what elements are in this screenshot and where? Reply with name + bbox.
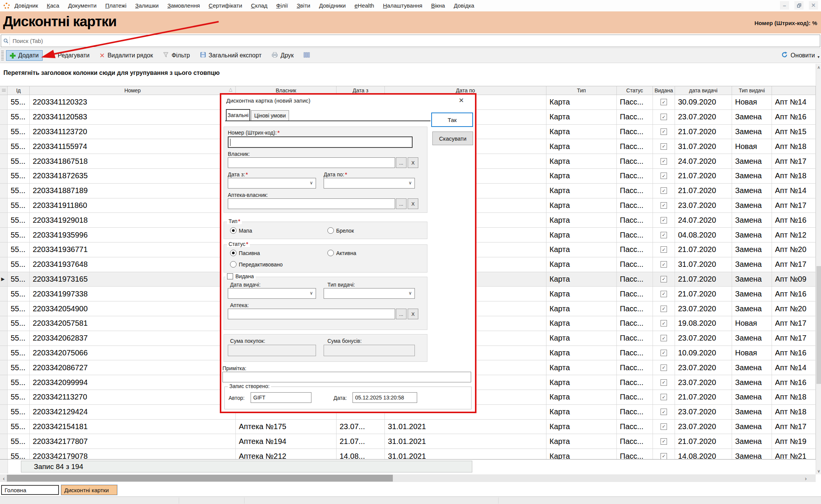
- table-row[interactable]: 55...2203342154181Аптека №17523.07...31.…: [0, 420, 816, 434]
- radio-mapa[interactable]: Мапа: [230, 227, 252, 234]
- pharmacy-owner-input[interactable]: [228, 198, 395, 209]
- menu-item[interactable]: Довідка: [454, 2, 474, 9]
- column-header[interactable]: Номер△: [30, 86, 236, 95]
- table-row[interactable]: 55...2203342177807Аптека №19421.07...31.…: [0, 434, 816, 449]
- scroll-up-icon[interactable]: ∧: [816, 64, 821, 71]
- table-cell: [0, 331, 8, 346]
- table-cell: Апт №17: [772, 316, 816, 331]
- menu-item[interactable]: Налаштування: [383, 2, 422, 9]
- edit-button[interactable]: Редагувати: [46, 50, 93, 61]
- menu-item[interactable]: Залишки: [135, 2, 159, 9]
- vertical-scrollbar[interactable]: ∧ ∨: [816, 64, 821, 474]
- date-to-select[interactable]: [324, 178, 415, 189]
- issued-checkbox[interactable]: Видана: [225, 273, 256, 279]
- pharmacy-browse-button[interactable]: ...: [396, 309, 407, 319]
- search-bar[interactable]: Поиск (Tab): [1, 35, 820, 47]
- scroll-right-icon[interactable]: ›: [803, 474, 809, 482]
- table-cell: [0, 125, 8, 139]
- horizontal-scrollbar[interactable]: ‹ ›: [0, 474, 816, 482]
- toolbar-overflow-icon[interactable]: ▾: [818, 55, 819, 59]
- column-header[interactable]: дата видачі: [675, 86, 732, 95]
- menu-item[interactable]: Сертифікати: [209, 2, 242, 9]
- pharmacy-owner-clear-button[interactable]: X: [408, 198, 418, 209]
- column-header[interactable]: Тип: [546, 86, 617, 95]
- table-cell: 21.07.2020: [675, 390, 732, 404]
- dialog-close-icon[interactable]: ✕: [459, 97, 464, 105]
- table-cell: 31.01.2021: [385, 434, 546, 449]
- add-button[interactable]: Додати: [6, 50, 43, 61]
- print-button[interactable]: Друк: [268, 50, 297, 61]
- table-cell: 31.01.2021: [385, 420, 546, 434]
- table-cell: 55...: [8, 272, 30, 287]
- pencil-icon: [49, 52, 55, 59]
- vertical-scroll-thumb[interactable]: [816, 266, 821, 384]
- delete-row-button[interactable]: ✕ Видалити рядок: [96, 50, 156, 61]
- table-cell: Карта: [546, 287, 617, 301]
- menu-item[interactable]: Склад: [251, 2, 267, 9]
- pharmacy-input[interactable]: [228, 309, 395, 319]
- table-cell: Замена: [732, 257, 772, 272]
- funnel-icon: [163, 52, 169, 59]
- export-button[interactable]: Загальний експорт: [197, 50, 265, 61]
- table-row[interactable]: 55...2203342179078Аптека №21214.08...31.…: [0, 449, 816, 460]
- scroll-left-icon[interactable]: ‹: [1, 474, 7, 482]
- dialog-tab-zahalni[interactable]: Загальні: [226, 109, 250, 120]
- tab-holovna[interactable]: Головна: [1, 485, 59, 495]
- column-header[interactable]: Ід: [8, 86, 30, 95]
- menu-item[interactable]: Довідники: [319, 2, 346, 9]
- menu-item[interactable]: Звіти: [297, 2, 310, 9]
- refresh-icon: [781, 51, 788, 60]
- table-cell: Карта: [546, 242, 617, 257]
- table-cell: 23.07.2020: [675, 360, 732, 375]
- note-input[interactable]: [222, 372, 471, 382]
- columns-button[interactable]: [300, 51, 313, 61]
- owner-browse-button[interactable]: ...: [396, 157, 407, 168]
- table-cell: 21.07.2020: [675, 242, 732, 257]
- table-cell: Апт №17: [772, 420, 816, 434]
- menu-item[interactable]: Замовлення: [167, 2, 200, 9]
- table-cell: Карта: [546, 390, 617, 404]
- menu-item[interactable]: eHealth: [354, 2, 374, 9]
- column-header[interactable]: [772, 86, 816, 95]
- main-fields-group: Номер (Штрих-код):* Власник: ... X Дата …: [224, 127, 427, 213]
- issued-cell: ✓: [653, 375, 675, 390]
- number-input[interactable]: [228, 136, 413, 148]
- menu-item[interactable]: Документи: [68, 2, 97, 9]
- radio-brelok[interactable]: Брелок: [327, 227, 354, 234]
- table-cell: 55...: [8, 287, 30, 301]
- scroll-down-icon[interactable]: ∨: [816, 468, 821, 474]
- radio-pasyvna[interactable]: Пасивна: [230, 250, 260, 256]
- table-cell: [0, 110, 8, 124]
- restore-icon[interactable]: [794, 1, 804, 10]
- owner-input[interactable]: [228, 157, 395, 168]
- radio-aktyvna[interactable]: Активна: [327, 250, 356, 256]
- pharmacy-owner-browse-button[interactable]: ...: [396, 198, 407, 209]
- ok-button[interactable]: Так: [431, 113, 473, 127]
- minimize-icon[interactable]: –: [780, 1, 789, 10]
- close-icon[interactable]: ✕: [809, 1, 818, 10]
- dialog-tab-tsinovi-umovy[interactable]: Цінові умови: [251, 110, 289, 120]
- table-cell: Замена: [732, 154, 772, 168]
- date-from-select[interactable]: [228, 178, 316, 189]
- tab-dyskontni-kartky[interactable]: Дисконтні картки: [61, 485, 117, 495]
- column-header[interactable]: Статус: [617, 86, 653, 95]
- filter-button[interactable]: Фільтр: [159, 50, 193, 61]
- cancel-button[interactable]: Скасувати: [432, 132, 473, 145]
- issue-type-select[interactable]: [324, 288, 415, 299]
- table-cell: 2203342062837: [30, 331, 236, 346]
- menu-item[interactable]: Каса: [47, 2, 59, 9]
- issue-date-select[interactable]: [228, 288, 316, 299]
- owner-clear-button[interactable]: X: [408, 157, 418, 168]
- radio-peredaktyvovano[interactable]: Передактивовано: [230, 261, 283, 268]
- menu-item[interactable]: Довідник: [14, 2, 38, 9]
- refresh-button[interactable]: Оновити: [781, 48, 815, 63]
- menu-item[interactable]: Філії: [276, 2, 288, 9]
- table-cell: 55...: [8, 257, 30, 272]
- table-cell: Карта: [546, 139, 617, 154]
- horizontal-scroll-thumb[interactable]: [7, 475, 393, 482]
- column-header[interactable]: Видана: [653, 86, 675, 95]
- menu-item[interactable]: Платежі: [105, 2, 127, 9]
- menu-item[interactable]: Вікна: [431, 2, 445, 9]
- column-header[interactable]: Тип видачі: [732, 86, 772, 95]
- pharmacy-clear-button[interactable]: X: [408, 309, 418, 319]
